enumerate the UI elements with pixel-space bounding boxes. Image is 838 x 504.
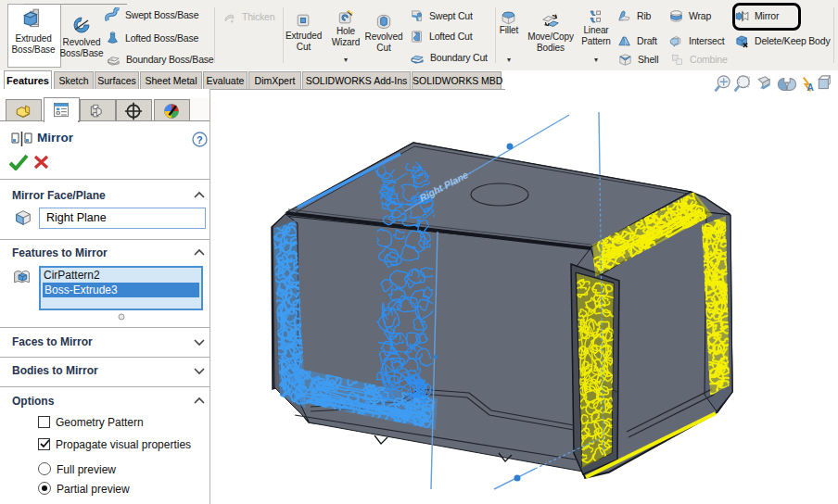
svg-text:?: ? [197, 134, 203, 145]
